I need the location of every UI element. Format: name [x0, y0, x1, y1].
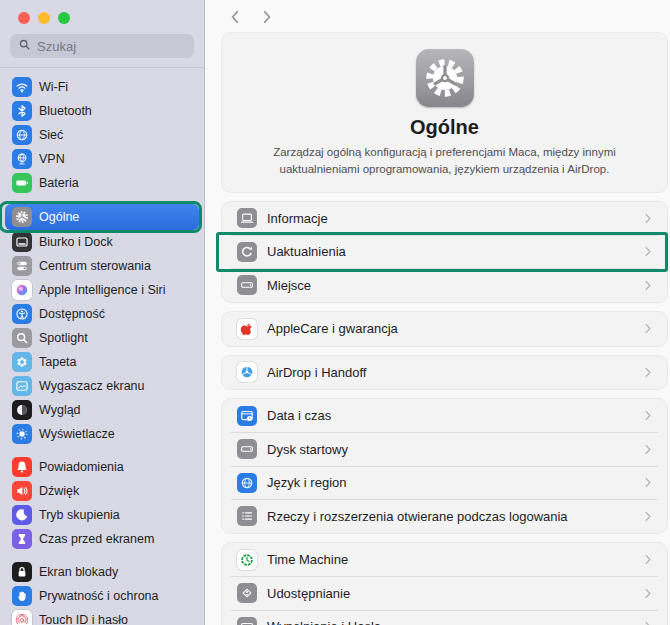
settings-row-jezyk-i-region[interactable]: Język i region: [222, 466, 667, 500]
bell-icon: [12, 457, 32, 477]
list-icon: [237, 506, 257, 526]
chevron-right-icon: [643, 511, 654, 522]
sidebar-item-wygaszacz-ekranu[interactable]: Wygaszacz ekranu: [5, 374, 199, 398]
sidebar-item-wyswietlacze[interactable]: Wyświetlacze: [5, 422, 199, 446]
page-title: Ogólne: [242, 116, 647, 139]
minimize-button[interactable]: [38, 12, 50, 24]
zoom-button[interactable]: [58, 12, 70, 24]
sidebar-item-wyglad[interactable]: Wygląd: [5, 398, 199, 422]
settings-row-miejsce[interactable]: Miejsce: [222, 269, 667, 303]
search-placeholder: Szukaj: [37, 39, 76, 54]
sidebar-item-dzwiek[interactable]: Dźwięk: [5, 479, 199, 503]
sidebar-header: Szukaj: [0, 0, 204, 68]
vpn-icon: [12, 149, 32, 169]
chevron-right-icon: [643, 621, 654, 625]
toggles-icon: [12, 256, 32, 276]
sidebar-item-label: Bateria: [39, 176, 79, 190]
close-button[interactable]: [18, 12, 30, 24]
chevron-right-icon: [643, 588, 654, 599]
drive-icon: [237, 275, 257, 295]
settings-row-data-i-czas[interactable]: Data i czas: [222, 399, 667, 433]
battery-icon: [12, 173, 32, 193]
chevron-right-icon: [643, 410, 654, 421]
sidebar-item-label: Powiadomienia: [39, 460, 124, 474]
sidebar-item-touch-id-i-has-o[interactable]: Touch ID i hasło: [5, 608, 199, 625]
sidebar-group: Ekran blokadyPrywatność i ochronaTouch I…: [5, 560, 199, 625]
globe-icon: [12, 125, 32, 145]
sidebar-item-tryb-skupienia[interactable]: Tryb skupienia: [5, 503, 199, 527]
speaker-icon: [12, 481, 32, 501]
chevron-right-icon: [643, 213, 654, 224]
sidebar-item-label: VPN: [39, 152, 65, 166]
settings-row-rzeczy-i-rozszerzenia-otwierane-podczas-logowania[interactable]: Rzeczy i rozszerzenia otwierane podczas …: [222, 500, 667, 534]
sidebar-item-biurko-i-dock[interactable]: Biurko i Dock: [5, 230, 199, 254]
sidebar-item-label: Tapeta: [39, 355, 77, 369]
sidebar-item-label: Wyświetlacze: [39, 427, 115, 441]
settings-row-label: AppleCare i gwarancja: [267, 321, 398, 336]
sidebar: Szukaj Wi-FiBluetoothSiećVPNBateriaOgóln…: [0, 0, 205, 625]
settings-row-informacje[interactable]: Informacje: [222, 202, 667, 236]
sidebar-item-apple-intelligence-i-siri[interactable]: Apple Intelligence i Siri: [5, 278, 199, 302]
sidebar-item-bluetooth[interactable]: Bluetooth: [5, 99, 199, 123]
sidebar-item-centrum-sterowania[interactable]: Centrum sterowania: [5, 254, 199, 278]
chevron-right-icon: [643, 367, 654, 378]
hourglass-icon: [12, 529, 32, 549]
settings-row-label: Dysk startowy: [267, 442, 348, 457]
sidebar-group: PowiadomieniaDźwiękTryb skupieniaCzas pr…: [5, 455, 199, 551]
settings-row-applecare-i-gwarancja[interactable]: AppleCare i gwarancja: [222, 312, 667, 346]
sidebar-item-ekran-blokady[interactable]: Ekran blokady: [5, 560, 199, 584]
lock-icon: [12, 562, 32, 582]
settings-row-time-machine[interactable]: Time Machine: [222, 543, 667, 577]
sidebar-item-spotlight[interactable]: Spotlight: [5, 326, 199, 350]
sidebar-item-label: Ekran blokady: [39, 565, 118, 579]
sidebar-item-label: Czas przed ekranem: [39, 532, 154, 546]
form-icon: [237, 617, 257, 625]
sidebar-item-label: Dostępność: [39, 307, 105, 321]
sidebar-item-powiadomienia[interactable]: Powiadomienia: [5, 455, 199, 479]
system-settings-window: Szukaj Wi-FiBluetoothSiećVPNBateriaOgóln…: [0, 0, 670, 625]
sidebar-item-wi-fi[interactable]: Wi-Fi: [5, 75, 199, 99]
settings-row-udostepnianie[interactable]: Udostępnianie: [222, 577, 667, 611]
settings-row-label: Język i region: [267, 475, 346, 490]
sidebar-item-label: Spotlight: [39, 331, 88, 345]
hand-icon: [12, 586, 32, 606]
settings-row-dysk-startowy[interactable]: Dysk startowy: [222, 433, 667, 467]
sidebar-item-ogolne[interactable]: Ogólne: [5, 204, 199, 230]
sidebar-item-label: Wygaszacz ekranu: [39, 379, 145, 393]
settings-row-label: AirDrop i Handoff: [267, 365, 366, 380]
chevron-right-icon: [643, 246, 654, 257]
chevron-right-icon: [643, 554, 654, 565]
settings-card: AirDrop i Handoff: [221, 355, 668, 391]
search-input[interactable]: Szukaj: [10, 34, 194, 58]
sidebar-item-vpn[interactable]: VPN: [5, 147, 199, 171]
settings-groups: InformacjeUaktualnieniaMiejsceAppleCare …: [221, 201, 668, 625]
sidebar-group: Wi-FiBluetoothSiećVPNBateria: [5, 75, 199, 195]
forward-button[interactable]: [259, 9, 275, 25]
sidebar-item-siec[interactable]: Sieć: [5, 123, 199, 147]
chevron-right-icon: [643, 323, 654, 334]
settings-card: InformacjeUaktualnieniaMiejsce: [221, 201, 668, 304]
search-icon: [18, 38, 31, 54]
laptop-icon: [237, 208, 257, 228]
main-panel: Ogólne Zarządzaj ogólną konfiguracją i p…: [205, 0, 670, 625]
settings-row-airdrop-i-handoff[interactable]: AirDrop i Handoff: [222, 356, 667, 390]
back-button[interactable]: [227, 9, 243, 25]
flower-icon: [12, 352, 32, 372]
update-icon: [237, 242, 257, 262]
sidebar-item-prywatnosc-i-ochrona[interactable]: Prywatność i ochrona: [5, 584, 199, 608]
chevron-right-icon: [643, 280, 654, 291]
sidebar-item-czas-przed-ekranem[interactable]: Czas przed ekranem: [5, 527, 199, 551]
settings-row-uaktualnienia[interactable]: Uaktualnienia: [222, 235, 667, 269]
chevron-right-icon: [643, 477, 654, 488]
sidebar-item-tapeta[interactable]: Tapeta: [5, 350, 199, 374]
sidebar-item-dostepnosc[interactable]: Dostępność: [5, 302, 199, 326]
sidebar-item-label: Apple Intelligence i Siri: [39, 283, 165, 297]
wifi-icon: [12, 77, 32, 97]
sidebar-item-bateria[interactable]: Bateria: [5, 171, 199, 195]
bluetooth-icon: [12, 101, 32, 121]
settings-row-wype-nianie-i-has-a[interactable]: Wypełnianie i Hasła: [222, 610, 667, 625]
general-gear-icon: [416, 49, 474, 107]
settings-row-label: Uaktualnienia: [267, 244, 346, 259]
appearance-icon: [12, 400, 32, 420]
siri-icon: [12, 280, 32, 300]
